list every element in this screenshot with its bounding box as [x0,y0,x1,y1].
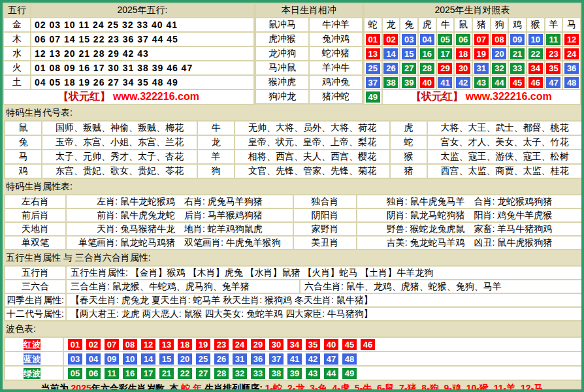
attribute-row: 前后肖前肖: 鼠牛虎兔龙蛇 后肖: 马羊猴鸡狗猪阴阳肖阴肖: 鼠龙马蛇狗猪 阳肖… [5,209,581,221]
zodiac-attribute-table: 左右肖左肖: 鼠牛龙蛇猴鸡 右肖: 虎兔马羊狗猪独合肖独肖: 鼠牛虎兔马羊 合肖… [4,194,583,250]
zodiac-name-cell: 猪 [473,18,490,31]
number-chip: 38 [383,77,398,88]
zodiac-number-cell: 34 [527,61,544,74]
attr-label-cell: 左右肖 [5,195,65,208]
attr-content-cell: 左肖: 鼠牛龙蛇猴鸡 右肖: 虎兔马羊狗猪 [67,195,293,208]
website-link[interactable]: www.322216.com [113,91,199,102]
wuxing-header-row: 五行2025年五行: [4,4,253,17]
wave-number-chip: 04 [86,353,101,365]
wave-number-chip: 44 [324,368,338,379]
element-numbers-cell: 01 08 09 16 17 30 31 38 39 46 47 [31,61,253,74]
wuxing-attr-content-cell: 【春天生肖: 虎兔龙 夏天生肖: 蛇马羊 秋天生肖: 猴狗鸡 冬天生肖: 鼠牛猪… [67,294,581,306]
zodiac-number-cell: 10 [527,33,544,46]
zodiac-number-cell: 30 [455,61,472,74]
clash-header-row: 本日生肖相冲 [256,4,362,17]
number-chip: 44 [492,77,506,88]
brand-cell: 【状元红】 www.322216.com [383,90,580,104]
number-chip: 30 [456,63,470,74]
clash-row: 龙冲狗蛇冲猪 [256,47,362,60]
codename-names-cell: 皇帝、状元、皇帝、上帝、梨花 [235,136,389,149]
wave-section-label: 波色表: [3,321,581,336]
clash-cell: 猪冲蛇 [310,90,362,103]
zodiac-number-cell: 46 [527,76,544,89]
zodiac-chart-title: 2025年生肖对照表 [365,4,580,17]
wuxing-row: 金02 03 10 11 24 25 32 33 40 41 [4,18,253,31]
number-chip: 03 [402,34,416,45]
number-chip: 13 [366,48,380,59]
wave-number-chip: 17 [141,368,155,379]
wave-number-chip: 43 [306,368,320,379]
zodiac-number-cell: 04 [419,33,436,46]
zodiac-number-cell: 36 [563,61,580,74]
clash-cell: 羊冲牛 [310,61,362,74]
attr-content-cell: 野兽: 猴蛇龙兔虎鼠 家畜: 羊马牛猪狗鸡 [357,223,581,235]
clash-cell: 兔冲鸡 [310,33,362,46]
attr-content-cell: 单笔画肖: 鼠龙蛇马鸡猪 双笔画肖: 牛虎兔羊猴狗 [67,237,293,249]
codename-names-cell: 太监、寇王、游侠、寇王、松树 [428,150,581,163]
wuxing-attr-row: 十二代号属性:【两大君王: 龙虎 两大恶人: 鼠猴 四大美女: 兔蛇羊鸡 四大家… [5,308,581,320]
wave-number-chip: 15 [159,353,174,365]
zodiac-number-cell: 32 [491,61,508,74]
wuxing-attr-content-cell: 三合生肖: 鼠龙猴、牛蛇鸡、虎马狗、兔羊猪 [67,280,299,293]
wave-number-chip: 41 [287,353,302,365]
zodiac-number-cell: 22 [527,47,544,60]
wuxing-row: 土04 05 18 19 26 27 34 35 48 49 [4,76,253,89]
codename-names-cell: 东宫、贵妃、歌女、贵妃、苓花 [42,165,197,178]
wave-label-cell: 蓝波 [5,352,63,365]
wave-number-chip: 22 [178,368,192,379]
codename-names-cell: 国师、叛贼、神偷、叛贼、梅花 [42,122,197,135]
number-chip: 10 [528,34,543,45]
wave-label-chip: 绿波 [24,368,41,379]
number-chip: 08 [492,34,506,45]
number-chip: 14 [383,48,398,59]
wave-number-chip: 28 [214,368,229,379]
number-chip: 06 [456,34,470,45]
codename-zodiac-cell: 蛇 [391,136,427,149]
zodiac-footer-row: 49【状元红】 www.322216.com [365,90,580,104]
zodiac-name-cell: 鼠 [455,18,472,31]
clash-row: 狗冲龙猪冲蛇 [256,90,362,103]
codename-names-cell: 太子、元帅、秀才、太子、杏花 [42,150,197,163]
wuxing-row: 水12 13 20 21 28 29 42 43 [4,47,253,60]
codename-zodiac-cell: 猴 [391,150,427,163]
number-chip: 34 [528,63,543,74]
number-chip: 32 [492,63,506,74]
zodiac-number-cell: 01 [365,33,381,46]
wave-number-chip: 10 [123,353,137,365]
website-link[interactable]: www.322216.com [466,91,552,102]
element-numbers-cell: 04 05 18 19 26 27 34 35 48 49 [31,76,253,89]
attribute-row: 单双笔单笔画肖: 鼠龙蛇马鸡猪 双笔画肖: 牛虎兔羊猴狗美丑肖吉美: 兔龙蛇马羊… [5,237,581,249]
footer-prefix: 当前为 [41,383,71,392]
wuxing-footer-row: 【状元红】 www.322216.com [4,90,253,104]
number-chip: 33 [510,63,525,74]
zodiac-name-cell: 虎 [419,18,436,31]
attr-label-cell: 单双笔 [5,237,65,249]
codename-zodiac-cell: 羊 [198,150,234,163]
wave-label-chip: 红波 [24,339,41,350]
codename-section-label: 特码生肖代号表: [3,105,581,120]
clash-cell: 龙冲狗 [256,47,308,60]
footer-zodiac-sequence: 1-蛇, 2-龙, 3-兔, 4-虎, 5-牛, 6-鼠, 7-猪, 8-狗, … [265,383,543,392]
wave-number-chip: 29 [251,339,265,350]
wave-number-chip: 05 [68,368,82,379]
wave-row: 红波0102070812131819232429303435404546 [5,338,581,351]
clash-cell: 鸡冲兔 [310,76,362,89]
zodiac-number-cell: 08 [491,33,508,46]
number-chip: 48 [564,77,579,88]
number-chip: 18 [456,48,470,59]
attr-label-cell: 阴阳肖 [294,209,356,221]
wuxing-col1-title: 五行 [4,4,30,17]
codename-names-cell: 文官、先锋、管家、先锋、菊花 [235,165,389,178]
wuxing-number-table: 五行2025年五行:金02 03 10 11 24 25 32 33 40 41… [3,3,255,105]
element-cell: 金 [4,18,30,31]
wave-number-chip: 35 [306,339,320,350]
number-chip: 41 [438,77,452,88]
wave-number-chip: 01 [68,339,82,350]
zodiac-number-cell: 12 [563,33,580,46]
wave-number-chip: 11 [105,368,119,379]
clash-cell: 鼠冲马 [256,18,308,31]
clash-row: 鼠冲马牛冲羊 [256,18,362,31]
zodiac-name-cell: 兔 [400,18,417,31]
zodiac-number-cell: 07 [473,33,490,46]
codename-row: 马太子、元帅、秀才、太子、杏花羊相将、西宫、夫人、西宫、樱花猴太监、寇王、游侠、… [5,150,581,163]
